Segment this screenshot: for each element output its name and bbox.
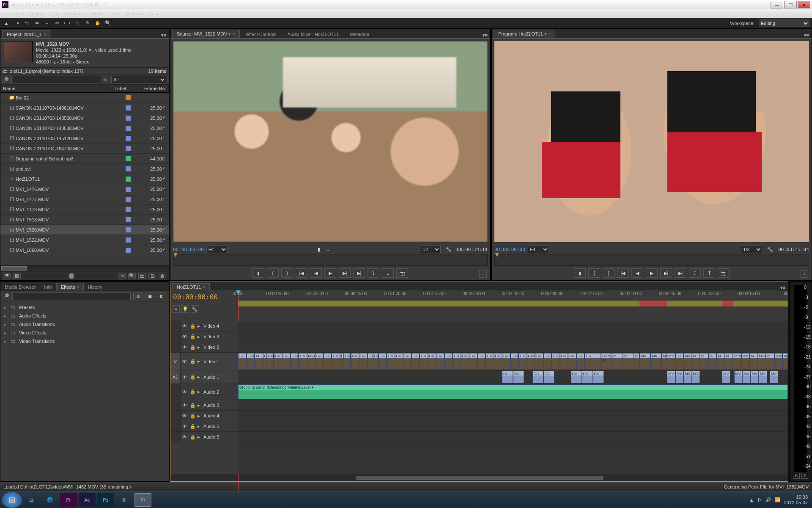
eye-icon[interactable]: 👁 <box>182 359 188 364</box>
tray-up-icon[interactable]: ▲ <box>749 497 754 502</box>
menu-help[interactable]: Help <box>148 11 158 16</box>
video-clip[interactable]: MV <box>639 353 650 370</box>
project-item[interactable]: 🎞 CANON-20110703-143538.MOV 25,00 f <box>0 113 169 123</box>
eye-icon[interactable]: 👁 <box>182 375 188 380</box>
slip-icon[interactable]: ⟷ <box>63 19 71 27</box>
tray-volume-icon[interactable]: 🔊 <box>765 497 771 502</box>
close-icon[interactable]: × <box>44 32 47 37</box>
chevron-icon[interactable]: ▸ <box>198 389 202 395</box>
menu-sequence[interactable]: Sequence <box>64 11 85 16</box>
chevron-icon[interactable]: ▸ <box>198 403 202 408</box>
eye-icon[interactable]: 👁 <box>182 345 188 350</box>
add-button-icon[interactable]: + <box>801 270 808 278</box>
video-clip[interactable]: CA <box>379 353 387 370</box>
razor-icon[interactable]: ✂ <box>53 19 61 27</box>
panel-menu-icon[interactable]: ▾≡ <box>161 33 166 38</box>
overwrite-icon[interactable]: ⤓ <box>382 268 394 278</box>
video-clip[interactable]: MVI <box>733 353 741 370</box>
effects-search-input[interactable] <box>12 293 131 300</box>
marker-icon[interactable]: 💡 <box>181 305 189 313</box>
video-clip[interactable]: MV <box>741 353 750 370</box>
pen-icon[interactable]: ✎ <box>84 19 91 27</box>
video-clip[interactable]: CA <box>387 353 395 370</box>
track-head[interactable]: 👁🔒▸Audio 2 <box>170 384 238 400</box>
video-clip[interactable]: CA <box>351 353 359 370</box>
video-clip[interactable]: CA <box>344 353 351 370</box>
aftereffects-icon[interactable]: Ae <box>79 493 96 507</box>
play-icon[interactable]: ▶ <box>324 268 336 278</box>
eye-icon[interactable]: 👁 <box>182 334 188 339</box>
video-clip[interactable]: M <box>766 353 774 370</box>
menu-file[interactable]: File <box>3 11 10 16</box>
list-view-icon[interactable]: ≣ <box>3 273 11 279</box>
mark-in-icon[interactable]: ▮ <box>252 268 264 278</box>
video-clip[interactable]: MV <box>667 353 675 370</box>
track-target[interactable] <box>170 321 181 331</box>
menu-marker[interactable]: Marker <box>91 11 105 16</box>
effects-tree[interactable]: ▸🗀Presets▸🗀Audio Effects▸🗀Audio Transiti… <box>0 301 169 347</box>
video-clip[interactable]: M <box>749 353 758 370</box>
audio-clip[interactable]: CA <box>532 371 543 383</box>
track-target[interactable]: V <box>170 353 181 370</box>
system-tray[interactable]: ▲ 🏳 🔊 📶 16:332012-05-07 <box>749 494 810 505</box>
fx-badge-icon[interactable]: 32 <box>133 293 143 300</box>
safe-margin-icon[interactable]: ▮ <box>318 247 320 252</box>
step-back-icon[interactable]: ◀ <box>310 268 322 278</box>
project-item[interactable]: 📁 Bin 02 <box>0 93 169 103</box>
track-head[interactable]: V 👁🔒▸Video 1 <box>170 353 238 370</box>
audio-clip[interactable]: CA <box>593 371 604 383</box>
video-clip[interactable]: CA <box>469 353 477 370</box>
chevron-icon[interactable]: ▸ <box>198 374 202 380</box>
video-clip[interactable]: M <box>692 353 700 370</box>
video-clip[interactable]: M <box>255 353 263 370</box>
audio-clip[interactable]: CA <box>502 371 513 383</box>
video-clip[interactable]: CA <box>584 353 601 370</box>
track-lane[interactable] <box>238 321 788 331</box>
track-lane[interactable] <box>238 400 788 411</box>
new-bin-icon[interactable]: 🗀 <box>138 273 146 279</box>
track-head[interactable]: 👁🔒▸Video 2 <box>170 342 238 353</box>
lock-icon[interactable]: 🔒 <box>190 403 196 408</box>
panel-menu-icon[interactable]: ▾≡ <box>804 33 809 38</box>
new-item-icon[interactable]: 🗋 <box>148 273 156 279</box>
source-tab[interactable]: Source: MVI_1520.MOV ▾ × <box>172 30 240 38</box>
audio-clip[interactable]: MV <box>751 371 759 383</box>
step-fwd-icon[interactable]: ▶| <box>660 268 672 278</box>
track-target[interactable] <box>170 432 181 442</box>
chevron-icon[interactable]: ▸ <box>198 334 202 340</box>
menu-title[interactable]: Title <box>112 11 120 16</box>
video-clip[interactable]: CA <box>315 353 324 370</box>
audio-clip[interactable]: CA <box>571 371 582 383</box>
menu-window[interactable]: Window <box>126 11 143 16</box>
timeline-ruler[interactable]: 00:0000:00:15:0000:00:30:0000:00:45:0000… <box>238 290 788 321</box>
eye-icon[interactable]: 👁 <box>182 434 188 439</box>
source-res-select[interactable]: 1/2 <box>420 246 441 253</box>
audio-clip[interactable]: MV <box>675 371 684 383</box>
thumb-size-slider[interactable] <box>26 275 113 277</box>
video-clip[interactable]: CA <box>675 353 684 370</box>
program-fit-select[interactable]: Fit <box>528 246 549 253</box>
h-scrollbar[interactable] <box>1 266 27 271</box>
project-search-input[interactable] <box>11 76 101 83</box>
track-lane[interactable] <box>238 411 788 421</box>
project-item[interactable]: 🎞 MVI_1518.MOV 25,00 f <box>0 215 169 225</box>
chevron-icon[interactable]: ▸ <box>198 345 202 350</box>
extract-icon[interactable]: ⤒ <box>703 268 715 278</box>
track-target[interactable] <box>170 342 181 352</box>
video-clip[interactable]: M <box>634 353 639 370</box>
find-icon[interactable]: 🔍 <box>128 273 136 279</box>
snap-icon[interactable]: ⌖ <box>172 305 180 313</box>
timeline-hscroll[interactable] <box>170 474 788 481</box>
video-clip[interactable]: MVI <box>758 353 766 370</box>
program-left-tc[interactable]: 00:00:00:00 <box>494 247 525 252</box>
video-clip[interactable]: CA <box>332 353 340 370</box>
effects-folder[interactable]: ▸🗀Audio Effects <box>0 312 169 320</box>
step-fwd-icon[interactable]: ▶| <box>339 268 351 278</box>
lock-icon[interactable]: 🔒 <box>190 424 196 429</box>
audio-clip[interactable]: CA <box>543 371 554 383</box>
zoom-icon[interactable]: 🔍 <box>104 19 112 27</box>
maximize-button[interactable]: ❐ <box>784 1 797 8</box>
video-clip[interactable]: CANON-20 <box>601 353 612 370</box>
video-clip[interactable]: CA <box>324 353 332 370</box>
video-clip[interactable]: CA <box>486 353 494 370</box>
